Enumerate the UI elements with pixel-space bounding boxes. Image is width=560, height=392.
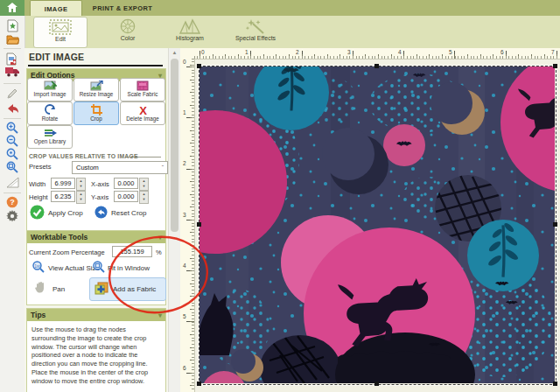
- crop-handle-bottom-right[interactable]: [553, 382, 557, 386]
- panel-title-rule: [28, 65, 163, 66]
- crop-handle-top-left[interactable]: [197, 64, 201, 68]
- ribbon-color-label: Color: [102, 35, 154, 41]
- tab-print-export-label: PRINT & EXPORT: [93, 4, 153, 12]
- collapse-arrow-icon[interactable]: ▾: [158, 312, 162, 319]
- xaxis-spinner[interactable]: ▲▼: [139, 178, 149, 191]
- crop-handle-mid-left[interactable]: [197, 222, 201, 227]
- fabric-library-truck-icon[interactable]: [4, 65, 20, 79]
- zoom-out-icon[interactable]: [4, 134, 20, 148]
- height-label: Height: [29, 193, 48, 201]
- rotate-label: Rotate: [28, 116, 72, 122]
- ribbon-edit-label: Edit: [34, 36, 87, 42]
- zoom-previous-icon[interactable]: [4, 147, 20, 161]
- pencil-icon[interactable]: [4, 87, 20, 101]
- delete-image-button[interactable]: X Delete Image: [120, 102, 165, 125]
- reset-crop-button[interactable]: [94, 206, 108, 222]
- add-as-fabric-button[interactable]: Add as Fabric: [89, 277, 166, 301]
- resize-image-button[interactable]: Resize Image: [74, 78, 119, 102]
- yaxis-spinner[interactable]: ▲▼: [139, 191, 149, 204]
- tab-image[interactable]: IMAGE: [30, 0, 82, 17]
- tips-header-label: Tips: [31, 311, 46, 319]
- tips-header[interactable]: Tips ▾: [27, 309, 165, 321]
- undo-arrow-icon[interactable]: [4, 102, 20, 116]
- v-ruler-2: 2: [183, 160, 186, 166]
- h-ruler-0: 0: [201, 49, 205, 55]
- ribbon-histogram-label: Histogram: [163, 35, 217, 41]
- import-image-icon: [44, 80, 57, 91]
- width-input[interactable]: [51, 178, 75, 189]
- reset-crop-label[interactable]: Reset Crop: [111, 209, 146, 217]
- crop-handle-top-center[interactable]: [374, 64, 379, 68]
- resize-image-icon: [90, 80, 103, 91]
- zoom-in-icon[interactable]: [4, 121, 20, 135]
- settings-gear-icon[interactable]: [4, 209, 20, 223]
- scale-fabric-button[interactable]: Scale Fabric: [120, 78, 165, 102]
- open-folder-icon[interactable]: [4, 32, 20, 46]
- crop-handle-bottom-center[interactable]: [374, 382, 379, 386]
- delete-x-icon: X: [137, 104, 149, 116]
- crop-button[interactable]: Crop: [74, 102, 119, 125]
- fit-in-window-button[interactable]: [93, 261, 105, 276]
- help-icon[interactable]: ?: [4, 195, 20, 209]
- ribbon-color-button[interactable]: Color: [102, 17, 154, 46]
- add-as-fabric-icon: [94, 282, 109, 297]
- crop-handle-bottom-left[interactable]: [197, 382, 201, 386]
- ribbon-histogram-button[interactable]: Histogram: [163, 17, 217, 46]
- histogram-icon: [179, 18, 200, 34]
- height-input[interactable]: [51, 191, 75, 202]
- add-as-fabric-label: Add as Fabric: [113, 285, 156, 293]
- v-ruler-1: 1: [183, 109, 186, 116]
- scrollbar-up-arrow[interactable]: ▲: [171, 50, 178, 55]
- yaxis-input[interactable]: [114, 191, 138, 202]
- xaxis-input[interactable]: [114, 178, 138, 189]
- ribbon-special-effects-label: Special Effects: [224, 35, 287, 41]
- zoom-fit-icon[interactable]: [4, 160, 20, 174]
- sidebar-divider: [4, 192, 21, 193]
- open-library-label: Open Library: [28, 138, 72, 144]
- ribbon-special-effects-button[interactable]: Special Effects: [224, 17, 287, 46]
- scrollbar-thumb[interactable]: [171, 59, 178, 232]
- scale-fabric-icon: [136, 80, 149, 91]
- import-image-button[interactable]: Import Image: [27, 78, 73, 102]
- presets-label: Presets: [29, 163, 51, 171]
- crop-selection-marquee[interactable]: [199, 66, 556, 385]
- apply-crop-button[interactable]: [30, 205, 45, 223]
- zoom-percentage-input[interactable]: [112, 246, 152, 257]
- resize-image-label: Resize Image: [74, 91, 118, 97]
- ribbon-toolbar: Edit Color Histogram Special Effects: [24, 16, 560, 49]
- tab-print-export[interactable]: PRINT & EXPORT: [82, 0, 163, 16]
- open-library-button[interactable]: Open Library: [27, 125, 73, 149]
- horizontal-ruler: 0 1 2 3 4 5 6 7: [194, 48, 560, 60]
- sidebar-divider: [4, 83, 21, 84]
- new-project-icon[interactable]: [4, 18, 20, 32]
- fit-in-window-label[interactable]: Fit in Window: [108, 264, 150, 272]
- svg-text:?: ?: [10, 198, 15, 206]
- height-spinner[interactable]: ▲▼: [76, 191, 86, 204]
- ribbon-edit-button[interactable]: Edit: [33, 17, 88, 48]
- crop-icon: [91, 104, 102, 116]
- panel-scrollbar[interactable]: ▲: [168, 48, 181, 392]
- crop-handle-top-right[interactable]: [553, 64, 557, 68]
- set-square-icon[interactable]: [4, 175, 20, 189]
- rotate-button[interactable]: Rotate: [27, 102, 73, 125]
- pan-hand-icon: [34, 281, 46, 294]
- h-ruler-4: 4: [398, 49, 402, 55]
- edit-image-panel: EDIT IMAGE Edit Options ▾ Import Image R…: [24, 48, 168, 392]
- collapse-arrow-icon[interactable]: ▾: [158, 234, 162, 242]
- crop-label: Crop: [74, 116, 118, 122]
- h-ruler-2: 2: [296, 49, 299, 55]
- view-actual-size-button[interactable]: 1st: [32, 261, 45, 276]
- width-spinner[interactable]: ▲▼: [76, 178, 86, 191]
- svg-text:1st: 1st: [34, 263, 40, 269]
- crop-handle-mid-right[interactable]: [553, 222, 557, 227]
- delete-image-label: Delete Image: [121, 116, 164, 122]
- fit-in-window-icon: [93, 261, 105, 273]
- home-button[interactable]: [0, 0, 24, 16]
- ruler-corner: [180, 48, 194, 59]
- worktable-tools-header[interactable]: Worktable Tools ▾: [27, 231, 165, 243]
- apply-crop-label[interactable]: Apply Crop: [48, 209, 83, 217]
- pan-button[interactable]: [34, 281, 46, 298]
- pan-label[interactable]: Pan: [52, 285, 65, 293]
- presets-dropdown[interactable]: Custom ˆ: [72, 161, 168, 174]
- import-image-icon[interactable]: [4, 52, 20, 66]
